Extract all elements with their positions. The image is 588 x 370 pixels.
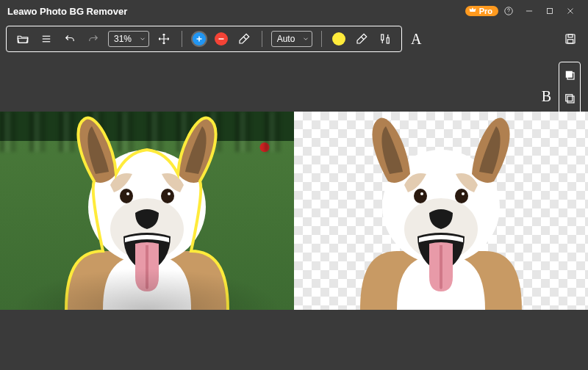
svg-rect-20 [567,40,573,43]
undo-icon [63,32,76,46]
toolbar-divider [182,31,182,47]
mode-value: Auto [272,34,300,44]
mark-keep-tool[interactable] [191,31,207,47]
folder-open-icon [16,32,29,46]
copy-icon [563,92,576,105]
toolbar-divider [321,31,322,47]
pro-label: Pro [479,7,492,15]
svg-rect-14 [381,35,384,40]
close-button[interactable] [560,1,581,21]
plus-icon [195,35,204,43]
move-tool[interactable] [155,30,173,48]
zoom-select[interactable]: 31% [108,31,149,47]
svg-rect-24 [567,96,574,103]
eraser-icon [355,32,368,46]
toolbar-row: 31% Auto [0,22,588,58]
result-image [331,112,551,310]
svg-point-1 [509,13,509,14]
bg-solid-button[interactable] [562,67,578,83]
result-pane[interactable] [294,112,588,310]
zoom-value: 31% [109,34,137,44]
mode-select[interactable]: Auto [271,31,312,47]
maximize-button[interactable] [539,1,560,21]
app-title: Leawo Photo BG Remover [7,6,127,17]
open-file-button[interactable] [14,30,32,48]
crown-icon [468,7,477,15]
redo-icon [87,32,100,46]
eraser-tool[interactable] [235,30,253,48]
svg-rect-23 [566,95,573,101]
titlebar: Leawo Photo BG Remover Pro [0,0,588,22]
main-toolbar: 31% Auto [6,26,402,52]
svg-rect-19 [568,35,573,37]
redo-button[interactable] [85,30,102,48]
minimize-icon [524,6,534,16]
undo-button[interactable] [61,30,79,48]
right-toolbar [562,30,582,48]
chevron-down-icon [137,35,148,43]
help-button[interactable] [498,1,519,21]
original-pane[interactable] [0,112,294,310]
bg-transparent-button[interactable] [562,90,578,106]
svg-rect-3 [548,9,553,14]
workspace [0,112,588,310]
adjust-tool[interactable] [376,30,394,48]
minimize-button[interactable] [519,1,539,21]
eraser2-tool[interactable] [353,30,370,48]
save-icon [564,32,577,46]
chevron-down-icon [300,35,312,43]
menu-button[interactable] [37,30,55,48]
label-b: B [542,88,551,105]
svg-line-13 [361,37,364,40]
mark-remove-tool[interactable] [213,31,229,47]
svg-rect-21 [566,71,573,78]
close-icon [565,6,576,16]
layers-icon [563,68,576,81]
sliders-icon [379,32,392,46]
eraser-icon [237,32,251,46]
minus-icon [217,35,226,43]
svg-line-12 [243,37,246,40]
help-icon [503,6,514,16]
menu-icon [40,32,53,46]
svg-rect-15 [387,38,389,44]
label-a: A [411,31,421,48]
maximize-icon [545,6,555,16]
original-image [37,112,257,310]
label-b-wrap: B [542,88,551,105]
toolbar-divider [262,31,262,47]
save-button[interactable] [562,30,579,48]
highlight-tool[interactable] [331,31,347,47]
move-icon [157,32,171,46]
window-buttons [498,1,581,21]
pro-badge[interactable]: Pro [465,6,498,16]
